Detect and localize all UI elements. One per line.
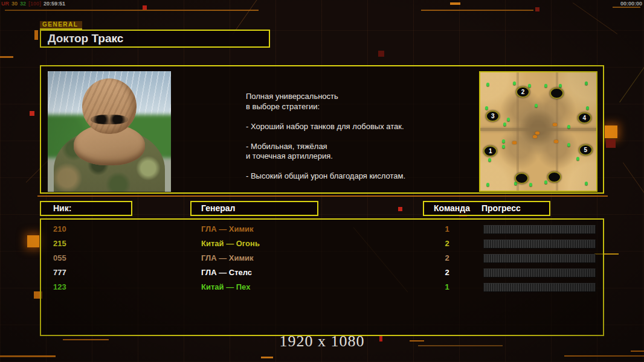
column-header-team-progress: Команда Прогресс [423,201,550,216]
player-row: 055ГЛА — Химик2 [41,251,603,265]
decor-square [535,7,539,11]
map-supply-dot [554,140,558,143]
loading-progress-bar [483,254,596,263]
general-tab: GENERAL [40,21,82,30]
decor-square [143,5,147,10]
column-header-nick: Ник: [40,201,132,216]
decor-square [378,51,384,57]
map-tree-dot [486,183,489,186]
net-stat-segment: 32 [20,1,26,7]
player-nick: 123 [53,280,66,294]
player-nick: 210 [53,222,66,237]
map-tree-dot [544,180,547,184]
decor-line [613,7,640,8]
decor-dash [261,357,273,358]
player-row: 777ГЛА — Стелс2 [41,265,603,280]
loading-progress-bar [483,225,596,234]
net-stat-segment: [100] [28,1,41,7]
player-team: 2 [440,251,454,265]
net-stat-segment: UR [1,1,9,7]
decor-diagonal [573,2,617,34]
description-line: - Высокий общий урон благодаря кислотам. [246,171,475,182]
decor-line [0,355,56,357]
decor-diagonal [619,43,644,103]
map-start-position: 3 [486,110,500,122]
decor-dash [450,2,460,5]
map-tree-dot [485,106,488,110]
player-team: 1 [440,280,454,294]
map-tree-dot [544,84,547,87]
general-profile-panel: Полная универсальностьв выборе стратегии… [40,65,604,194]
map-supply-dot [553,123,557,126]
player-general: ГЛА — Химик [201,251,254,265]
player-nick: 777 [53,265,66,280]
portrait-eyes [91,115,127,124]
decor-line [631,351,644,352]
map-tree-dot [585,182,588,185]
decor-line [421,10,533,11]
decor-dash [0,56,13,58]
page-title: Доктор Тракс [40,30,270,48]
panel-underline [37,195,608,197]
map-tree-dot [585,81,588,85]
description-line: в выборе стратегии: [246,102,475,112]
network-stats: UR3032[100]20:59:51 [1,1,68,7]
decor-line [564,355,644,357]
decor-square [606,139,616,148]
map-supply-dot [533,135,537,138]
player-general: Китай — Пех [201,280,250,294]
map-supply-dot [535,132,539,135]
description-line [246,112,475,122]
game-timer: 00:00:00 [620,1,642,7]
player-nick: 215 [53,237,66,251]
player-row: 210ГЛА — Химик1 [41,222,603,237]
column-header-label: Генерал [201,202,236,215]
decor-line [5,10,259,11]
loading-progress-bar [483,268,596,278]
general-description: Полная универсальностьв выборе стратегии… [246,92,475,182]
map-tree-dot [567,143,570,147]
player-general: ГЛА — Стелс [201,265,252,280]
column-header-label: Команда [434,202,470,215]
description-line: - Хороший набор танков для лобовых атак. [246,122,475,132]
description-line: и точечная артиллерия. [246,151,475,162]
player-row: 215Китай — Огонь2 [41,237,603,251]
player-general: Китай — Огонь [201,237,260,251]
decor-glow-square [27,235,39,247]
net-stat-segment: 30 [11,1,18,7]
map-tree-dot [528,84,531,87]
description-line [246,162,475,172]
decor-diagonal [623,162,644,212]
column-header-general: Генерал [190,201,318,216]
loading-progress-bar [483,283,596,292]
portrait-headwrap [82,78,137,134]
map-preview: 23415 [479,71,597,192]
map-tree-dot [513,81,516,85]
player-team: 2 [440,237,454,251]
player-team: 1 [440,222,454,237]
loading-progress-bar [483,240,596,249]
description-line: - Мобильная, тяжёлая [246,142,475,152]
decor-bar [34,30,38,40]
player-roster-panel: 210ГЛА — Химик1215Китай — Огонь2055ГЛА —… [40,218,604,336]
net-stat-segment: 20:59:51 [43,1,65,7]
map-tree-dot [486,83,489,86]
description-line: Полная универсальность [246,92,475,102]
map-supply-dot [512,141,517,144]
player-nick: 055 [53,251,66,265]
player-row: 123Китай — Пех1 [41,280,603,294]
player-general: ГЛА — Химик [201,222,254,237]
resolution-label: 1920 x 1080 [0,332,644,351]
decor-square [30,111,34,116]
map-tree-dot [529,183,532,186]
decor-glow-square [605,125,617,138]
player-rows: 210ГЛА — Химик1215Китай — Огонь2055ГЛА —… [41,220,603,294]
column-header-label: Прогресс [481,202,521,215]
decor-square [398,207,402,211]
description-line [246,132,475,142]
map-tree-dot [586,106,589,110]
player-team: 2 [440,265,454,280]
column-header-label: Ник: [53,202,71,215]
dr-thrax-portrait [48,71,171,192]
map-road [480,128,596,131]
